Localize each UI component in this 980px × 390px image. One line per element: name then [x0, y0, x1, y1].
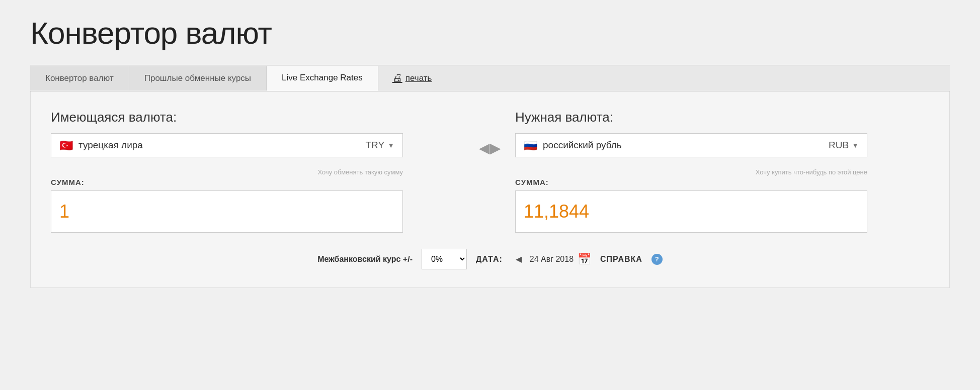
from-amount-hint-above: Хочу обменять такую сумму: [51, 168, 403, 176]
from-amount-label: СУММА:: [51, 178, 465, 186]
bottom-row: Межбанковский курс +/- 0% 1% 2% 3% 5% ДА…: [51, 249, 929, 269]
to-amount-input-wrap: [515, 190, 867, 233]
to-section-label: Нужная валюта:: [515, 110, 929, 125]
date-value: 24 Авг 2018: [530, 255, 574, 264]
swap-button[interactable]: ◀▶: [479, 140, 501, 156]
swap-col: ◀▶: [465, 110, 515, 156]
to-amount-label: СУММА:: [515, 178, 929, 186]
from-currency-selector[interactable]: 🇹🇷 турецкая лира TRY ▼: [51, 133, 403, 157]
to-currency-selector[interactable]: 🇷🇺 российский рубль RUB ▼: [515, 133, 867, 157]
to-flag: 🇷🇺: [524, 140, 538, 150]
help-label: СПРАВКА: [600, 255, 642, 264]
from-currency-code: TRY ▼: [365, 140, 394, 151]
tabs-bar: Конвертор валют Прошлые обменные курсы L…: [30, 65, 950, 91]
page-container: Конвертор валют Конвертор валют Прошлые …: [0, 0, 980, 308]
converter-row: Имеющаяся валюта: 🇹🇷 турецкая лира TRY ▼…: [51, 110, 929, 233]
to-currency-name: российский рубль: [543, 140, 622, 151]
date-label: ДАТА:: [476, 255, 503, 264]
to-currency-left: 🇷🇺 российский рубль: [524, 140, 622, 151]
from-amount-input[interactable]: [51, 190, 403, 233]
to-currency-code: RUB ▼: [829, 140, 859, 151]
to-amount-input[interactable]: [515, 190, 867, 233]
swap-arrows-icon: ◀▶: [479, 140, 501, 156]
from-currency-name: турецкая лира: [78, 140, 143, 151]
main-content: Имеющаяся валюта: 🇹🇷 турецкая лира TRY ▼…: [30, 91, 950, 288]
to-amount-hint-above: Хочу купить что-нибудь по этой цене: [515, 168, 867, 176]
date-prev-button[interactable]: ◀: [512, 252, 526, 266]
date-nav: ◀ 24 Авг 2018 📅: [512, 252, 591, 266]
interbank-label: Межбанковский курс +/-: [317, 255, 413, 264]
print-label: печать: [405, 73, 432, 83]
page-title: Конвертор валют: [30, 15, 950, 51]
tab-historical[interactable]: Прошлые обменные курсы: [129, 66, 267, 90]
to-panel: Нужная валюта: 🇷🇺 российский рубль RUB ▼…: [515, 110, 929, 233]
tab-live[interactable]: Live Exchange Rates: [267, 66, 378, 91]
from-flag: 🇹🇷: [59, 140, 73, 150]
print-link[interactable]: 🖨 печать: [387, 65, 437, 91]
tab-converter[interactable]: Конвертор валют: [30, 66, 129, 90]
from-section-label: Имеющаяся валюта:: [51, 110, 465, 125]
from-dropdown-arrow: ▼: [387, 141, 394, 149]
to-dropdown-arrow: ▼: [852, 141, 859, 149]
calendar-icon[interactable]: 📅: [578, 253, 591, 266]
print-icon: 🖨: [392, 72, 402, 84]
help-icon[interactable]: ?: [651, 254, 663, 265]
interbank-select[interactable]: 0% 1% 2% 3% 5%: [422, 249, 467, 269]
from-amount-input-wrap: [51, 190, 403, 233]
from-panel: Имеющаяся валюта: 🇹🇷 турецкая лира TRY ▼…: [51, 110, 465, 233]
from-currency-left: 🇹🇷 турецкая лира: [59, 140, 143, 151]
